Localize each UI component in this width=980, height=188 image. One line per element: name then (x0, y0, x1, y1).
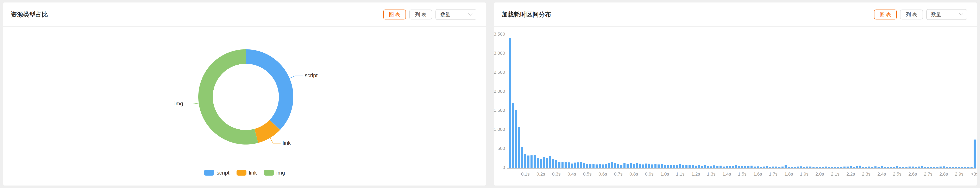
histogram-bar[interactable] (809, 167, 811, 168)
histogram-bar[interactable] (967, 167, 969, 168)
histogram-bar[interactable] (831, 167, 833, 168)
histogram-bar[interactable] (784, 165, 787, 168)
histogram-bar[interactable] (825, 167, 827, 168)
histogram-bar[interactable] (509, 38, 511, 168)
metric-select-dropdown[interactable]: 数量 (436, 9, 476, 20)
chart-view-button[interactable]: 图 表 (874, 10, 897, 19)
histogram-bar[interactable] (875, 167, 877, 168)
histogram-bar[interactable] (778, 167, 780, 168)
histogram-bar[interactable] (769, 167, 771, 168)
histogram-bar[interactable] (704, 165, 706, 168)
histogram-bar[interactable] (568, 162, 570, 168)
histogram-bar[interactable] (555, 160, 557, 168)
histogram-bar[interactable] (605, 164, 607, 168)
histogram-bar[interactable] (689, 165, 690, 168)
legend-item-img[interactable]: img (264, 170, 285, 176)
histogram-bar[interactable] (534, 155, 536, 168)
histogram-bar[interactable] (856, 166, 858, 168)
chart-view-button[interactable]: 图 表 (383, 10, 406, 19)
histogram-bar[interactable] (961, 167, 963, 168)
histogram-bar[interactable] (673, 165, 675, 168)
histogram-bar[interactable] (940, 167, 942, 168)
histogram-bar[interactable] (890, 167, 892, 168)
histogram-bar[interactable] (602, 164, 604, 168)
histogram-bar[interactable] (692, 165, 694, 168)
histogram-bar[interactable] (970, 167, 972, 168)
histogram-bar[interactable] (741, 166, 743, 168)
list-view-button[interactable]: 列 表 (409, 10, 432, 19)
histogram-bar[interactable] (766, 166, 768, 168)
histogram-bar[interactable] (803, 167, 805, 168)
histogram-bar[interactable] (571, 164, 573, 168)
histogram-bar[interactable] (648, 164, 650, 168)
histogram-bar[interactable] (797, 167, 799, 168)
histogram-bar[interactable] (738, 166, 740, 168)
histogram-bar[interactable] (617, 164, 619, 168)
histogram-bar[interactable] (744, 166, 746, 168)
histogram-bar[interactable] (791, 167, 793, 168)
histogram-bar[interactable] (565, 162, 566, 168)
histogram-bar[interactable] (726, 166, 728, 168)
donut-slice-script[interactable] (246, 49, 293, 130)
histogram-bar[interactable] (868, 167, 870, 168)
histogram-bar[interactable] (896, 166, 898, 168)
histogram-bar[interactable] (871, 167, 873, 168)
histogram-bar[interactable] (949, 167, 951, 168)
histogram-bar[interactable] (813, 167, 815, 168)
histogram-bar[interactable] (757, 167, 759, 168)
histogram-bar[interactable] (599, 164, 601, 168)
histogram-bar[interactable] (912, 167, 914, 168)
histogram-bar[interactable] (834, 167, 836, 168)
histogram-bar[interactable] (927, 167, 929, 168)
histogram-bar[interactable] (527, 156, 530, 168)
histogram-bar[interactable] (751, 166, 752, 168)
histogram-bar[interactable] (537, 158, 539, 168)
histogram-bar[interactable] (710, 167, 712, 168)
histogram-bar[interactable] (664, 165, 666, 168)
histogram-bar[interactable] (552, 159, 554, 168)
histogram-bar[interactable] (853, 167, 855, 168)
histogram-bar[interactable] (859, 166, 861, 168)
histogram-bar[interactable] (840, 167, 842, 168)
histogram-bar[interactable] (540, 159, 542, 168)
histogram-bar[interactable] (636, 163, 638, 168)
histogram-bar[interactable] (633, 164, 635, 168)
histogram-bar[interactable] (661, 164, 663, 168)
histogram-bar[interactable] (729, 166, 731, 168)
histogram-bar[interactable] (722, 167, 725, 168)
histogram-bar[interactable] (682, 165, 684, 168)
histogram-bar[interactable] (679, 164, 681, 168)
histogram-bar[interactable] (816, 167, 818, 168)
histogram-bar[interactable] (763, 167, 765, 168)
histogram-bar[interactable] (781, 167, 784, 168)
histogram-bar[interactable] (933, 167, 935, 168)
histogram-bar[interactable] (630, 163, 632, 168)
histogram-bar[interactable] (719, 166, 722, 168)
histogram-bar[interactable] (862, 167, 864, 168)
histogram-bar[interactable] (878, 167, 880, 168)
histogram-bar[interactable] (754, 167, 756, 168)
histogram-bar[interactable] (657, 164, 660, 168)
histogram-bar[interactable] (800, 167, 802, 168)
histogram-bar[interactable] (974, 140, 976, 168)
histogram-bar[interactable] (670, 165, 672, 168)
histogram-bar[interactable] (686, 165, 687, 168)
histogram-bar[interactable] (775, 167, 777, 168)
histogram-bar[interactable] (574, 162, 576, 168)
histogram-bar[interactable] (902, 167, 904, 168)
histogram-bar[interactable] (850, 166, 852, 168)
histogram-bar[interactable] (943, 167, 945, 168)
histogram-bar[interactable] (760, 167, 762, 168)
histogram-bar[interactable] (546, 158, 548, 168)
histogram-bar[interactable] (843, 167, 846, 168)
histogram-bar[interactable] (614, 163, 616, 168)
histogram-bar[interactable] (846, 167, 849, 168)
histogram-bar[interactable] (698, 165, 700, 168)
histogram-bar[interactable] (620, 165, 622, 168)
histogram-bar[interactable] (524, 154, 527, 168)
histogram-bar[interactable] (955, 167, 957, 168)
histogram-bar[interactable] (748, 166, 749, 168)
list-view-button[interactable]: 列 表 (900, 10, 923, 19)
histogram-bar[interactable] (577, 162, 579, 168)
histogram-bar[interactable] (930, 167, 932, 168)
